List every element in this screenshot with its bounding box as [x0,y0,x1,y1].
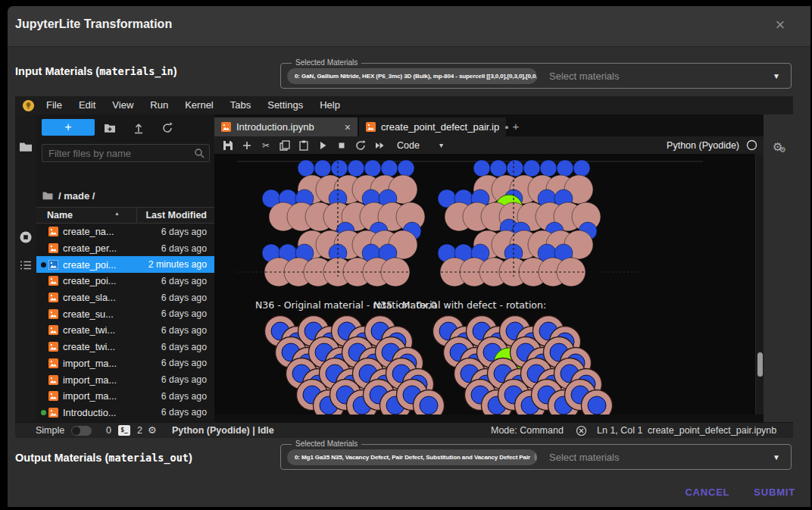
cut-cells-icon[interactable]: ✂ [261,140,271,151]
column-last-modified[interactable]: Last Modified [145,210,207,221]
menu-settings[interactable]: Settings [259,96,311,114]
notebook-icon [48,408,58,418]
status-bar: Simple 0 $_ 2 ⚙ Python (Pyodide) | Idle … [15,422,793,438]
file-modified: 6 days ago [161,325,207,336]
cell-type-select[interactable]: Code ▾ [397,140,443,151]
new-launcher-button[interactable]: + [42,119,95,136]
file-row[interactable]: create_twi... 6 days ago [36,322,214,339]
input-materials-label: Input Materials (materials_in) [15,65,177,77]
interrupt-kernel-button[interactable] [336,140,347,151]
file-status-dot [41,393,46,399]
upload-icon[interactable] [133,122,145,134]
output-material-chip[interactable]: 0: Mg1 Ga35 N35, Vacancy Defect, Pair De… [287,449,537,465]
file-row[interactable]: import_ma... 6 days ago [36,371,214,388]
kernel-icon[interactable]: ⚙ [148,423,157,438]
cancel-button[interactable]: CANCEL [685,487,729,498]
close-icon[interactable]: × [770,15,791,35]
menu-kernel[interactable]: Kernel [176,96,222,114]
add-cell-button[interactable] [242,140,252,151]
notebook-icon [366,122,376,132]
menu-tabs[interactable]: Tabs [222,96,259,114]
terminals-count[interactable]: 0 [106,423,111,438]
breadcrumb-path[interactable]: / made / [58,190,95,202]
file-row[interactable]: create_twi... 6 days ago [36,339,214,355]
file-row[interactable]: create_poi... 2 minutes ago [36,256,214,273]
chevron-down-icon[interactable]: ▼ [773,453,780,462]
simple-mode-toggle[interactable] [71,426,92,436]
kernel-status-icon [746,139,757,151]
crystal-structure-figure [214,154,755,415]
file-row[interactable]: create_sla... 6 days ago [36,289,214,306]
file-browser: + [36,114,214,422]
file-modified: 6 days ago [161,342,207,352]
file-row[interactable]: create_poi... 6 days ago [36,273,214,289]
column-name[interactable]: Name [47,210,73,221]
file-name: create_twi... [63,341,115,352]
terminal-icon[interactable]: $_ [118,425,130,436]
notebook-icon [48,375,58,385]
file-status-dot [41,377,46,383]
paste-cells-button[interactable] [298,140,309,151]
file-row[interactable]: Introductio... 6 days ago [36,405,214,421]
cursor-position[interactable]: Ln 1, Col 1 [597,423,642,438]
refresh-icon[interactable] [161,122,173,134]
notebook-icon [48,309,58,319]
run-cell-button[interactable] [317,140,328,151]
run-all-cells-button[interactable] [374,140,385,151]
output-materials-select[interactable]: Selected Materials 0: Mg1 Ga35 N35, Vaca… [280,444,792,470]
menu-bar: FileEditViewRunKernelTabsSettingsHelp [15,96,793,114]
kernel-name[interactable]: Python (Pyodide) [667,140,739,151]
copy-cells-button[interactable] [280,140,290,151]
file-list-header: Name ▲ Last Modified [36,207,214,224]
scrollbar-thumb[interactable] [757,352,763,377]
notebook-toolbar: ✂ [214,136,764,154]
menu-view[interactable]: View [104,96,142,114]
menu-edit[interactable]: Edit [70,96,104,114]
running-kernels-icon[interactable] [19,230,33,244]
file-modified: 6 days ago [161,391,207,402]
filter-files-input[interactable] [42,145,209,161]
output-label-text: Output Materials ( [15,452,108,464]
file-browser-tab-icon[interactable] [19,140,33,154]
menu-run[interactable]: Run [142,96,176,114]
notebook-icon [48,243,58,253]
tab-create-point-defect-pair[interactable]: create_point_defect_pair.ip ● [359,117,506,136]
notebook-icon [48,342,58,352]
restart-kernel-button[interactable] [355,140,366,151]
close-icon[interactable]: × [345,121,351,133]
file-row[interactable]: create_su... 6 days ago [36,305,214,322]
chevron-down-icon[interactable]: ▼ [773,72,780,80]
menu-file[interactable]: File [38,96,70,114]
table-of-contents-icon[interactable] [19,258,33,272]
input-materials-select[interactable]: Selected Materials 0: GaN, Gallium Nitri… [280,63,792,89]
home-folder-icon[interactable] [42,191,53,200]
cell-type-value: Code [397,140,420,151]
menu-help[interactable]: Help [311,96,348,114]
file-row[interactable]: import_ma... 6 days ago [36,388,214,405]
remove-chip-icon[interactable]: × [534,452,537,462]
new-folder-icon[interactable] [104,122,116,134]
dialog-title: JupyterLite Transformation [15,17,172,31]
file-status-dot [41,410,46,415]
kernel-status-text[interactable]: Python (Pyodide) | Idle [172,423,274,438]
file-row[interactable]: create_na... 6 days ago [36,224,214,240]
tab-introduction[interactable]: Introduction.ipynb × [214,117,358,136]
lightbulb-icon [22,99,35,112]
breadcrumb[interactable]: / made / [42,189,95,202]
notebook-scrollbar[interactable] [755,154,764,415]
tab-label: create_point_defect_pair.ip [381,121,499,133]
file-modified: 2 minutes ago [148,259,207,270]
new-tab-button[interactable]: + [506,117,526,136]
editor-mode[interactable]: Mode: Command [491,423,564,438]
file-row[interactable]: import_ma... 6 days ago [36,355,214,372]
tab-label: Introduction.ipynb [236,121,314,133]
filter-files-box[interactable] [42,144,210,162]
sort-ascending-icon[interactable]: ▲ [114,211,120,216]
file-row[interactable]: create_per... 6 days ago [36,240,214,257]
submit-button[interactable]: SUBMIT [754,487,795,498]
save-button[interactable] [223,140,233,151]
gears-icon[interactable]: ⚙ ⚙ [773,140,782,154]
file-status-dot [41,229,46,234]
kernels-count[interactable]: 2 [137,423,142,438]
input-material-chip[interactable]: 0: GaN, Gallium Nitride, HEX (P6_3mc) 3D… [287,68,537,84]
